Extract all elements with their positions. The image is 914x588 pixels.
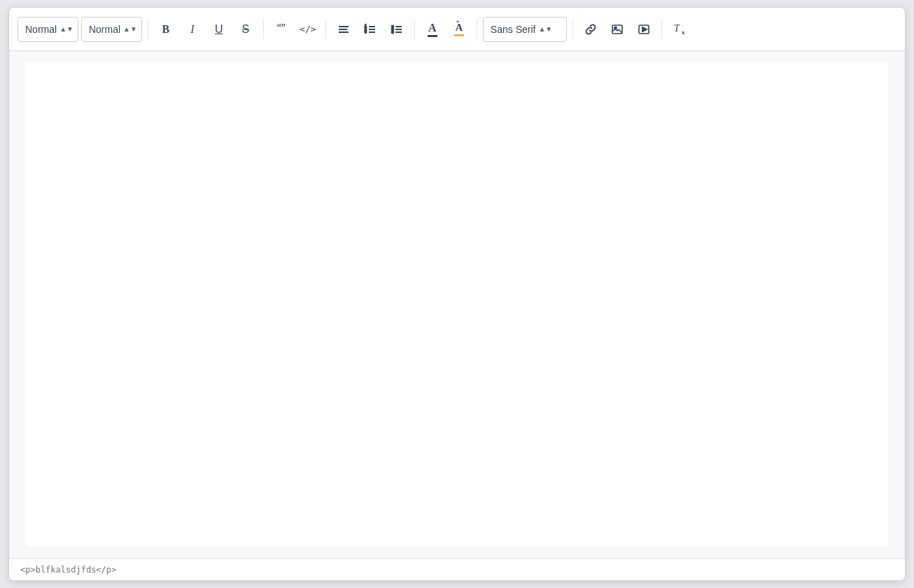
blockquote-button[interactable]: “” — [269, 18, 293, 41]
divider-4 — [414, 20, 415, 39]
divider-6 — [572, 20, 573, 39]
html-preview-text: <p>blfkalsdjfds</p> — [20, 565, 116, 575]
highlight-icon: A ̃ — [454, 22, 464, 36]
strikethrough-button[interactable]: S — [234, 18, 258, 41]
font-size-select[interactable]: Normal ▲▼ — [81, 17, 142, 42]
paragraph-style-label: Normal — [25, 24, 57, 35]
divider-5 — [477, 20, 477, 39]
bold-button[interactable]: B — [154, 18, 178, 41]
embed-icon — [638, 23, 650, 36]
editor-content-area[interactable] — [26, 62, 888, 547]
font-family-arrow-icon: ▲▼ — [538, 26, 552, 33]
code-button[interactable]: </> — [296, 18, 320, 41]
divider-3 — [325, 20, 326, 39]
status-bar: <p>blfkalsdjfds</p> — [9, 558, 905, 580]
font-size-label: Normal — [89, 24, 120, 35]
paragraph-style-arrow-icon: ▲▼ — [59, 26, 73, 33]
embed-button[interactable] — [632, 18, 656, 41]
divider-1 — [148, 20, 148, 39]
svg-marker-18 — [642, 27, 647, 31]
bullet-list-icon — [391, 23, 403, 36]
image-icon — [611, 23, 624, 36]
svg-point-13 — [391, 28, 393, 30]
svg-point-14 — [391, 31, 393, 33]
toolbar: Normal ▲▼ Normal ▲▼ B I U S “” </> — [9, 8, 905, 51]
divider-7 — [661, 20, 662, 39]
editor-body — [9, 51, 905, 558]
align-button[interactable] — [332, 18, 356, 41]
text-highlight-button[interactable]: A ̃ — [447, 18, 471, 41]
font-size-arrow-icon: ▲▼ — [123, 26, 137, 33]
underline-button[interactable]: U — [207, 18, 231, 41]
link-button[interactable] — [579, 18, 603, 41]
ordered-list-button[interactable]: 1 2 3 — [358, 18, 382, 41]
font-family-label: Sans Serif — [491, 24, 536, 35]
link-icon — [584, 23, 597, 36]
editor-container: Normal ▲▼ Normal ▲▼ B I U S “” </> — [8, 7, 906, 581]
divider-2 — [263, 20, 264, 39]
bullet-list-button[interactable] — [385, 18, 409, 41]
ordered-list-icon: 1 2 3 — [364, 23, 377, 36]
paragraph-style-select[interactable]: Normal ▲▼ — [17, 17, 78, 42]
image-button[interactable] — [605, 18, 629, 41]
text-color-icon: A — [428, 22, 437, 37]
clear-format-button[interactable]: T x — [668, 18, 691, 41]
font-family-select[interactable]: Sans Serif ▲▼ — [483, 17, 567, 42]
align-icon — [337, 23, 350, 36]
svg-text:3: 3 — [365, 29, 367, 34]
italic-button[interactable]: I — [181, 18, 204, 41]
clear-format-icon: T x — [674, 23, 685, 36]
svg-point-12 — [391, 25, 393, 27]
text-color-button[interactable]: A — [421, 18, 444, 41]
